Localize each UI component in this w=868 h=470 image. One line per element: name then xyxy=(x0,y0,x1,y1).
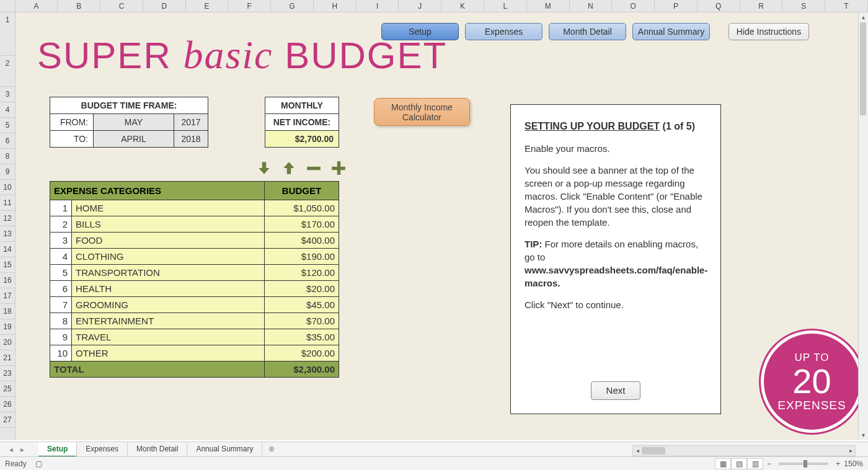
row-header-23[interactable]: 23 xyxy=(0,366,15,381)
column-header-T[interactable]: T xyxy=(825,0,868,12)
row-header-12[interactable]: 12 xyxy=(0,211,15,226)
expense-name-cell[interactable]: FOOD xyxy=(72,233,265,249)
hscroll-thumb[interactable] xyxy=(642,447,665,454)
row-header-20[interactable]: 20 xyxy=(0,335,15,350)
row-header-15[interactable]: 15 xyxy=(0,257,15,273)
expense-amount-cell[interactable]: $400.00 xyxy=(265,233,339,249)
zoom-level[interactable]: 150% xyxy=(844,459,863,468)
page-layout-view-icon[interactable]: ▤ xyxy=(731,458,747,469)
next-button[interactable]: Next xyxy=(591,381,640,400)
column-header-E[interactable]: E xyxy=(186,0,229,12)
row-header-4[interactable]: 4 xyxy=(0,102,15,118)
zoom-in-icon[interactable]: + xyxy=(836,459,840,468)
zoom-slider[interactable] xyxy=(779,463,828,465)
row-header-2[interactable]: 2 xyxy=(0,56,15,87)
nav-month-detail-button[interactable]: Month Detail xyxy=(549,23,626,40)
row-header-8[interactable]: 8 xyxy=(0,149,15,164)
from-year-cell[interactable]: 2017 xyxy=(174,114,208,131)
expense-amount-cell[interactable]: $45.00 xyxy=(265,297,339,313)
column-header-R[interactable]: R xyxy=(740,0,783,12)
select-all-corner[interactable] xyxy=(0,0,16,12)
column-header-P[interactable]: P xyxy=(655,0,698,12)
expense-amount-cell[interactable]: $200.00 xyxy=(265,345,339,361)
row-header-17[interactable]: 17 xyxy=(0,288,15,304)
column-header-I[interactable]: I xyxy=(356,0,399,12)
tab-expenses[interactable]: Expenses xyxy=(77,442,128,457)
column-header-Q[interactable]: Q xyxy=(698,0,740,12)
row-header-18[interactable]: 18 xyxy=(0,304,15,319)
column-header-S[interactable]: S xyxy=(782,0,825,12)
row-header-16[interactable]: 16 xyxy=(0,273,15,288)
row-header-10[interactable]: 10 xyxy=(0,180,15,195)
column-header-C[interactable]: C xyxy=(100,0,143,12)
row-header-5[interactable]: 5 xyxy=(0,118,15,133)
column-header-H[interactable]: H xyxy=(314,0,356,12)
scroll-down-arrow-icon[interactable]: ▾ xyxy=(859,430,868,440)
arrow-up-icon[interactable] xyxy=(281,160,297,176)
zoom-slider-thumb[interactable] xyxy=(804,460,807,468)
normal-view-icon[interactable]: ▦ xyxy=(715,458,731,469)
column-header-G[interactable]: G xyxy=(271,0,314,12)
row-header-9[interactable]: 9 xyxy=(0,164,15,180)
page-break-view-icon[interactable]: ▥ xyxy=(747,458,763,469)
nav-setup-button[interactable]: Setup xyxy=(381,23,459,40)
expense-name-cell[interactable]: ENTERTAINMENT xyxy=(72,313,265,329)
row-header-1[interactable]: 1 xyxy=(0,12,15,56)
hide-instructions-button[interactable]: Hide Instructions xyxy=(728,23,809,40)
nav-annual-summary-button[interactable]: Annual Summary xyxy=(632,23,710,40)
expense-amount-cell[interactable]: $1,050.00 xyxy=(265,200,339,216)
expense-name-cell[interactable]: CLOTHING xyxy=(72,249,265,265)
netincome-value[interactable]: $2,700.00 xyxy=(265,131,339,148)
column-header-D[interactable]: D xyxy=(143,0,186,12)
expense-name-cell[interactable]: GROOMING xyxy=(72,297,265,313)
row-header-21[interactable]: 21 xyxy=(0,350,15,366)
expense-name-cell[interactable]: HEALTH xyxy=(72,281,265,297)
monthly-income-calculator-button[interactable]: Monthly Income Calculator xyxy=(374,98,470,126)
hscroll-right-icon[interactable]: ▸ xyxy=(846,446,855,456)
expense-name-cell[interactable]: BILLS xyxy=(72,216,265,233)
nav-expenses-button[interactable]: Expenses xyxy=(465,23,542,40)
macro-record-icon[interactable]: ▢ xyxy=(35,459,42,468)
row-header-13[interactable]: 13 xyxy=(0,226,15,242)
row-header-6[interactable]: 6 xyxy=(0,133,15,149)
arrow-down-icon[interactable] xyxy=(256,160,272,176)
add-sheet-button[interactable]: ⊕ xyxy=(262,442,281,457)
expense-name-cell[interactable]: OTHER xyxy=(72,345,265,361)
expense-name-cell[interactable]: HOME xyxy=(72,200,265,216)
row-header-27[interactable]: 27 xyxy=(0,412,15,428)
sheet-canvas[interactable]: SUPER basic BUDGET Setup Expenses Month … xyxy=(16,12,868,440)
row-header-26[interactable]: 26 xyxy=(0,397,15,412)
expense-amount-cell[interactable]: $35.00 xyxy=(265,329,339,345)
tab-first-icon[interactable]: ◂ xyxy=(6,445,16,454)
vscroll-thumb[interactable] xyxy=(860,22,866,115)
horizontal-scrollbar[interactable]: ◂ ▸ xyxy=(632,445,856,456)
column-header-B[interactable]: B xyxy=(58,0,100,12)
row-header-3[interactable]: 3 xyxy=(0,87,15,102)
column-header-M[interactable]: M xyxy=(527,0,570,12)
to-year-cell[interactable]: 2018 xyxy=(174,131,208,148)
row-header-14[interactable]: 14 xyxy=(0,242,15,257)
expense-name-cell[interactable]: TRANSPORTATION xyxy=(72,265,265,281)
column-header-O[interactable]: O xyxy=(612,0,655,12)
expense-amount-cell[interactable]: $20.00 xyxy=(265,281,339,297)
expense-amount-cell[interactable]: $70.00 xyxy=(265,313,339,329)
column-header-F[interactable]: F xyxy=(228,0,271,12)
column-header-J[interactable]: J xyxy=(399,0,441,12)
row-header-19[interactable]: 19 xyxy=(0,319,15,335)
from-month-cell[interactable]: MAY xyxy=(94,114,174,131)
column-header-A[interactable]: A xyxy=(16,0,58,12)
zoom-out-icon[interactable]: − xyxy=(767,459,771,468)
to-month-cell[interactable]: APRIL xyxy=(94,131,174,148)
row-header-25[interactable]: 25 xyxy=(0,381,15,397)
scroll-up-arrow-icon[interactable]: ▴ xyxy=(859,12,868,22)
expense-amount-cell[interactable]: $190.00 xyxy=(265,249,339,265)
column-header-K[interactable]: K xyxy=(441,0,484,12)
column-header-N[interactable]: N xyxy=(570,0,613,12)
column-header-L[interactable]: L xyxy=(484,0,527,12)
expense-name-cell[interactable]: TRAVEL xyxy=(72,329,265,345)
tab-setup[interactable]: Setup xyxy=(38,442,77,457)
tab-last-icon[interactable]: ▸ xyxy=(17,445,27,454)
tab-annual-summary[interactable]: Annual Summary xyxy=(187,442,262,457)
row-header-11[interactable]: 11 xyxy=(0,195,15,211)
plus-icon[interactable] xyxy=(330,160,347,176)
